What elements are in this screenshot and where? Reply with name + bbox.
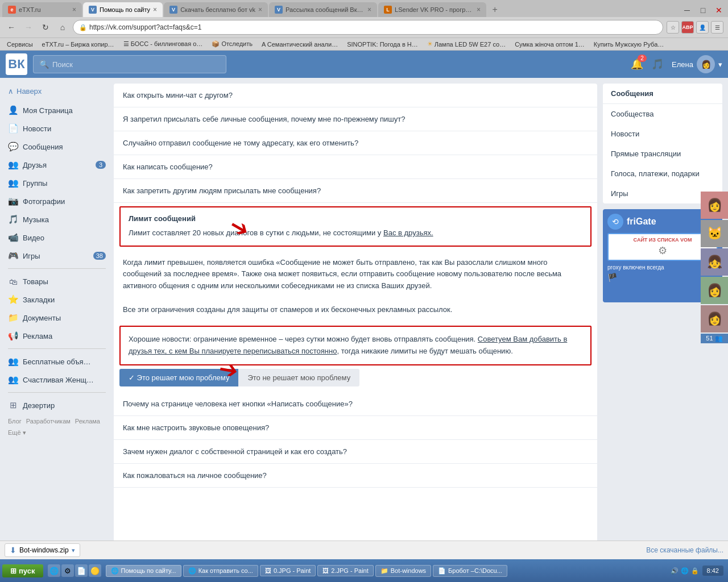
maximize-button[interactable]: □ xyxy=(696,3,710,17)
tab-close-bot[interactable]: × xyxy=(258,6,262,14)
friends-badge: 3 xyxy=(96,161,106,169)
taskbar-icon-2jpg: 🖼 xyxy=(322,567,329,574)
footer-more[interactable]: Ещё ▾ xyxy=(8,429,26,436)
footer-ad[interactable]: Реклама xyxy=(75,418,100,425)
taskbar-chrome-icon[interactable]: ⚙ xyxy=(61,564,74,577)
sidebar-item-my-page[interactable]: 👤 Моя Страница xyxy=(0,101,114,119)
forward-button[interactable]: → xyxy=(22,20,35,34)
notifications-button[interactable]: 🔔 2 xyxy=(631,58,643,70)
sidebar-item-photos[interactable]: 📷 Фотографии xyxy=(0,192,114,210)
bookmark-muf[interactable]: Купить Мужскую Руба… xyxy=(590,40,667,49)
right-menu-news[interactable]: Новости xyxy=(603,124,722,144)
back-to-top[interactable]: ∧ Наверх xyxy=(0,84,114,99)
avatar-strip-5[interactable]: 👩 xyxy=(701,305,728,332)
footer-dev[interactable]: Разработчикам xyxy=(26,418,71,425)
taskbar-item-kak[interactable]: 🌐 Как отправить со... xyxy=(183,565,258,577)
taskbar-icon-pomosh: 🌐 xyxy=(111,567,119,575)
sidebar-label-happy: Счастливая Женщ… xyxy=(23,376,94,384)
sidebar-divider-2 xyxy=(8,348,106,349)
sidebar-item-news[interactable]: 📄 Новости xyxy=(0,119,114,138)
taskbar-yellow-icon[interactable]: 🟡 xyxy=(89,564,101,577)
refresh-button[interactable]: ↻ xyxy=(39,20,52,34)
faq-item-zapretil[interactable]: Я запретил присылать себе личные сообщен… xyxy=(114,107,597,131)
faq-item-sound[interactable]: Как мне настроить звуковые оповещения? xyxy=(114,416,597,440)
faq-item-napisat[interactable]: Как написать сообщение? xyxy=(114,155,597,179)
taskbar-item-pomosh[interactable]: 🌐 Помощь по сайту... xyxy=(106,565,181,577)
right-menu-payments[interactable]: Голоса, платежи, подарки xyxy=(603,164,722,184)
sidebar-item-ads[interactable]: 📢 Реклама xyxy=(0,327,114,345)
bookmark-sinoptik[interactable]: SINOPTIK: Погода в Н… xyxy=(344,40,421,49)
bookmark-lampa[interactable]: ☀ Лампа LED 5W E27 со… xyxy=(424,39,509,49)
sidebar-item-groups[interactable]: 👥 Группы xyxy=(0,174,114,192)
right-menu-messages[interactable]: Сообщения xyxy=(603,84,722,104)
taskbar-item-0jpg[interactable]: 🖼 0.JPG - Paint xyxy=(260,565,316,576)
footer-blog[interactable]: Блог xyxy=(8,418,22,425)
sidebar-item-friends[interactable]: 👥 Друзья 3 xyxy=(0,156,114,174)
tab-close-rassylka[interactable]: × xyxy=(367,6,371,14)
sidebar-item-bookmarks[interactable]: ⭐ Закладки xyxy=(0,290,114,309)
bookmark-servisy[interactable]: Сервисы xyxy=(3,40,36,49)
sidebar-item-docs[interactable]: 📁 Документы xyxy=(0,309,114,327)
download-all-link[interactable]: Все скачанные файлы... xyxy=(646,546,723,554)
faq-item-complaint[interactable]: Как пожаловаться на личное сообщение? xyxy=(114,464,597,488)
sidebar-label-video: Видео xyxy=(23,234,44,242)
faq-item-zapretit[interactable]: Как запретить другим людям присылать мне… xyxy=(114,179,597,203)
right-menu-streams[interactable]: Прямые трансляции xyxy=(603,144,722,164)
bookmark-star-button[interactable]: ☆ xyxy=(667,21,679,34)
sidebar-item-dezertir[interactable]: ⊞ Дезертир xyxy=(0,396,114,414)
close-button[interactable]: ✕ xyxy=(712,3,726,17)
tab-rassylka[interactable]: V Рассылка сообщений Вконт... × xyxy=(269,2,377,17)
new-tab-button[interactable]: + xyxy=(487,2,502,17)
sidebar-item-video[interactable]: 📹 Видео xyxy=(0,228,114,247)
profile-button[interactable]: 👤 xyxy=(696,21,709,34)
tab-pomosh[interactable]: V Помощь по сайту × xyxy=(83,2,163,17)
bookmark-sumka[interactable]: Сумка жіноча оптом 1… xyxy=(511,40,588,49)
faq-no-button[interactable]: Это не решает мою проблему xyxy=(238,369,359,386)
taskbar-item-brobot[interactable]: 📄 Бробот –C:\Docu... xyxy=(433,565,507,577)
bookmark-otsledit[interactable]: 📦 Отследить xyxy=(208,39,256,49)
avatar-strip-3[interactable]: 👧 xyxy=(701,248,728,276)
user-menu[interactable]: Елена 👩 ▾ xyxy=(672,55,722,73)
back-button[interactable]: ← xyxy=(5,20,18,34)
bookmark-boss[interactable]: ☰ БОСС - биллинговая о… xyxy=(120,39,206,49)
home-button[interactable]: ⌂ xyxy=(56,20,69,34)
abp-button[interactable]: ABP xyxy=(681,21,694,34)
avatar-strip-4[interactable]: 👩 xyxy=(701,277,728,304)
sidebar-item-music[interactable]: 🎵 Музыка xyxy=(0,210,114,228)
taskbar-item-bot[interactable]: 📁 Bot-windows xyxy=(375,565,431,577)
download-file-item[interactable]: ⬇ Bot-windows.zip ▾ xyxy=(5,543,80,557)
bookmark-seman[interactable]: A Семантический анали… xyxy=(258,40,341,49)
tab-lsender[interactable]: L LSender VK PRO - програ... × xyxy=(378,2,486,17)
right-menu-communities[interactable]: Сообщества xyxy=(603,104,722,124)
sidebar-item-games[interactable]: 🎮 Игры 38 xyxy=(0,247,114,265)
faq-item-no-button[interactable]: Почему на странице человека нет кнопки «… xyxy=(114,392,597,416)
url-bar[interactable]: 🔒 https://vk.com/support?act=faqs&c=1 xyxy=(73,20,663,35)
sidebar-item-happy[interactable]: 👥 Счастливая Женщ… xyxy=(0,371,114,389)
minimize-button[interactable]: ─ xyxy=(680,3,694,17)
avatar-strip-2[interactable]: 🐱 xyxy=(701,220,728,247)
vk-search-box[interactable]: 🔍 Поиск xyxy=(33,55,226,73)
tab-close-etxt[interactable]: × xyxy=(72,6,76,14)
faq-item-minichat[interactable]: Как открыть мини-чат с другом? xyxy=(114,84,597,107)
tab-etxt[interactable]: e eTXT.ru × xyxy=(2,2,82,17)
menu-button[interactable]: ☰ xyxy=(711,21,723,34)
taskbar-doc-icon[interactable]: 📄 xyxy=(75,564,88,577)
taskbar-ie-icon[interactable]: 🌐 xyxy=(48,564,60,577)
taskbar-item-2jpg[interactable]: 🖼 2.JPG - Paint xyxy=(317,565,373,576)
avatar-strip-1[interactable]: 👩 xyxy=(701,192,728,219)
tab-close-lsender[interactable]: × xyxy=(477,6,481,14)
taskbar-clock: 8:42 xyxy=(702,566,723,576)
sidebar-item-goods[interactable]: 🛍 Товары xyxy=(0,272,114,290)
download-arrow-button[interactable]: ▾ xyxy=(72,547,75,554)
tab-bot[interactable]: V Скачать бесплатно бот vk × xyxy=(164,2,268,17)
faq-add-friends-link[interactable]: Советуем Вам добавить в друзья тех, с ке… xyxy=(129,335,567,355)
sidebar-item-messages[interactable]: 💬 Сообщения xyxy=(0,138,114,156)
bookmark-etxt[interactable]: eTXT.ru – Биржа копир… xyxy=(39,40,118,49)
faq-yes-button[interactable]: ✓ Это решает мою проблему xyxy=(119,369,238,386)
tab-close-pomosh[interactable]: × xyxy=(153,6,157,14)
start-button[interactable]: ⊞ пуск xyxy=(2,564,43,577)
faq-item-sluchaino[interactable]: Случайно отправил сообщение не тому адре… xyxy=(114,131,597,155)
music-icon[interactable]: 🎵 xyxy=(651,58,664,70)
sidebar-item-free[interactable]: 👥 Бесплатные объя… xyxy=(0,352,114,371)
faq-item-dialog[interactable]: Зачем нужен диалог с собственной страниц… xyxy=(114,440,597,464)
